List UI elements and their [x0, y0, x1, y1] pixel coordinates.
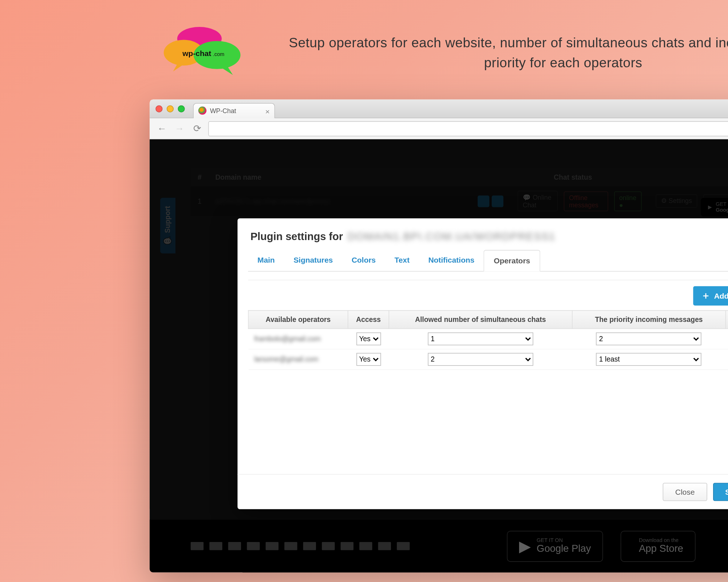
plus-icon: ＋ [701, 290, 711, 302]
browser-tab-bar: WP-Chat × ⤢ [150, 100, 728, 118]
th-access: Access [348, 311, 389, 329]
tab-colors[interactable]: Colors [342, 250, 385, 271]
operator-email: frambolo@gmail.com [254, 335, 321, 343]
forward-button[interactable]: → [173, 122, 186, 135]
close-button[interactable]: Close [663, 483, 707, 501]
tab-signatures[interactable]: Signatures [284, 250, 343, 271]
priority-select[interactable]: 1 least [596, 353, 702, 366]
browser-nav-bar: ← → ⟳ [150, 118, 728, 139]
access-select[interactable]: Yes [356, 332, 381, 345]
tab-operators[interactable]: Operators [484, 250, 540, 272]
tab-text[interactable]: Text [385, 250, 419, 271]
back-button[interactable]: ← [155, 122, 168, 135]
close-window-icon[interactable] [155, 105, 162, 112]
modal-title-domain: DOMAIN1.BPI.COM.UA/WORDPRESS1 [348, 230, 555, 243]
access-select[interactable]: Yes [356, 353, 381, 366]
table-row: frambolo@gmail.comYes12 [248, 328, 728, 349]
th-priority: The priority incoming messages [572, 311, 725, 329]
browser-tab[interactable]: WP-Chat × [193, 103, 275, 118]
th-actions [726, 311, 728, 329]
app-viewport: 💬 Support ＋ Add new site # Domain name C… [150, 139, 728, 573]
chats-select[interactable]: 1 [428, 332, 533, 345]
operator-email: larsome@gmail.com [254, 355, 318, 364]
modal-title-prefix: Plugin settings for [250, 230, 343, 243]
minimize-window-icon[interactable] [167, 105, 174, 112]
close-tab-icon[interactable]: × [265, 107, 270, 116]
th-chats: Allowed number of simultaneous chats [389, 311, 572, 329]
svg-text:.com: .com [213, 51, 224, 57]
tab-notifications[interactable]: Notifications [419, 250, 484, 271]
address-bar[interactable] [208, 121, 728, 136]
wp-chat-logo: wp-chat .com [150, 23, 249, 82]
tagline-text: Setup operators for each website, number… [273, 32, 728, 73]
table-row: larsome@gmail.comYes21 least [248, 349, 728, 370]
window-controls[interactable] [155, 105, 185, 112]
add-user-button[interactable]: ＋ Add user [693, 286, 728, 306]
plugin-settings-modal: Plugin settings for DOMAIN1.BPI.COM.UA/W… [238, 218, 728, 509]
tab-main[interactable]: Main [248, 250, 284, 271]
settings-tabs: Main Signatures Colors Text Notification… [248, 250, 728, 272]
chats-select[interactable]: 2 [428, 353, 533, 366]
page-header: wp-chat .com Setup operators for each we… [138, 23, 728, 99]
logo-text: wp-chat [182, 49, 211, 57]
save-button[interactable]: Save [713, 483, 728, 501]
priority-select[interactable]: 2 [596, 332, 702, 345]
browser-window: WP-Chat × ⤢ ← → ⟳ 💬 Support ＋ Add new si… [150, 100, 728, 573]
tab-title: WP-Chat [210, 107, 236, 114]
reload-button[interactable]: ⟳ [191, 122, 203, 135]
th-operators: Available operators [248, 311, 348, 329]
modal-footer: Close Save [238, 474, 728, 509]
zoom-window-icon[interactable] [178, 105, 185, 112]
operators-table: Available operators Access Allowed numbe… [248, 310, 728, 370]
